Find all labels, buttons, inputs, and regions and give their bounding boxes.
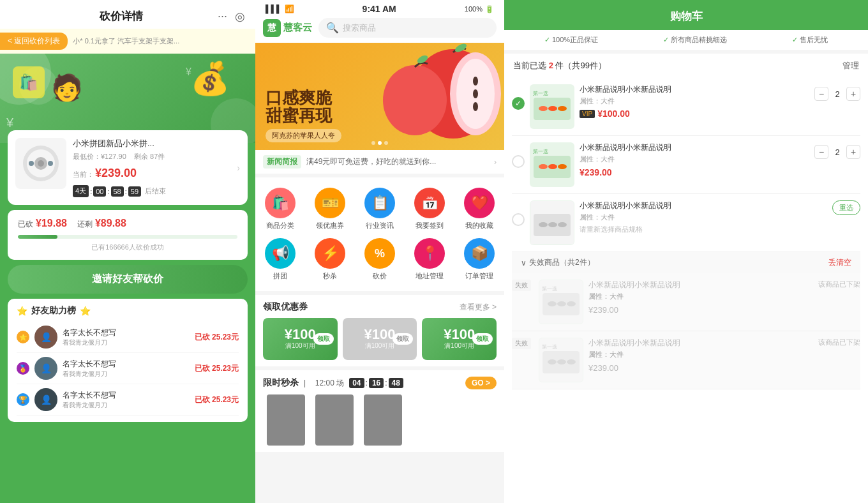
- cart-checkbox-2[interactable]: [512, 155, 525, 168]
- cut-value: ¥19.88: [36, 218, 67, 229]
- p1-news-text: 小* 0.1元拿了 汽车手支架手支架...: [73, 36, 179, 46]
- flash-s: 48: [389, 378, 403, 388]
- leaderboard-item: ⭐ 👤 名字太长不想写 看我青龙偃月刀 已砍 25.23元: [17, 322, 239, 353]
- target-icon[interactable]: ◎: [235, 10, 245, 24]
- svg-point-11: [473, 102, 478, 111]
- category-label: 商品分类: [266, 221, 294, 230]
- stepper-2: − 2 +: [814, 145, 860, 159]
- p2-banner: 口感爽脆 甜蜜再现 阿克苏的苹果人人夸: [255, 43, 504, 150]
- icon-favorites[interactable]: ❤️ 我的收藏: [454, 184, 504, 234]
- search-placeholder: 搜索商品: [343, 22, 376, 34]
- svg-point-10: [473, 89, 478, 98]
- svg-point-4: [29, 161, 34, 166]
- cart-count-text: 当前已选 2 件（共99件）: [513, 60, 606, 71]
- p2-search-bar[interactable]: 🔍 搜索商品: [318, 18, 497, 38]
- icon-orders[interactable]: 📦 订单管理: [454, 234, 504, 285]
- current-label: 当前：: [73, 170, 94, 179]
- cart-manage-button[interactable]: 管理: [842, 60, 859, 71]
- p1-product-card: 小米拼团新品小米拼... 最低价：¥127.90 剩余 87件 当前： ¥239…: [8, 130, 248, 205]
- flash-products: [263, 394, 497, 446]
- dot-3: [384, 141, 388, 145]
- stepper-minus-2[interactable]: −: [814, 145, 828, 159]
- p1-breadcrumb[interactable]: < 返回砍价列表: [0, 33, 68, 50]
- status-left: ▌▌▌ 📶: [266, 4, 294, 13]
- expired-name-2: 小米新品说明小米新品说明: [588, 338, 813, 349]
- orders-label: 订单管理: [465, 271, 493, 281]
- expired-attr-2: 属性：大件: [588, 350, 813, 359]
- coupon-2-btn[interactable]: 领取: [393, 333, 413, 345]
- countdown: 4天 : 00 : 58 : 59 后结束: [73, 185, 240, 197]
- status-time: 9:41 AM: [363, 4, 396, 14]
- flash-go-button[interactable]: GO >: [465, 377, 497, 389]
- stepper-minus-1[interactable]: −: [814, 87, 828, 101]
- coupon-icon: 🎫: [315, 188, 345, 218]
- icon-address[interactable]: 📍 地址管理: [405, 234, 454, 285]
- chevron-right-icon: ›: [237, 163, 240, 173]
- svg-point-41: [557, 359, 566, 364]
- avatar-2: 👤: [34, 357, 57, 380]
- star-icon-right: ⭐: [80, 306, 91, 316]
- icon-category[interactable]: 🛍️ 商品分类: [255, 184, 305, 234]
- expired-price-1: ¥239.00: [588, 305, 618, 315]
- signal-icon: ▌▌▌: [266, 4, 282, 13]
- coupon-3[interactable]: ¥100 满100可用 领取: [422, 318, 497, 360]
- reselect-button[interactable]: 重选: [832, 200, 860, 215]
- battery-icon: 🔋: [485, 5, 494, 13]
- guarantee-2: ✓ 所有商品精挑细选: [663, 35, 727, 45]
- more-icon[interactable]: ···: [218, 10, 227, 23]
- leaderboard-item: 🏅 👤 名字太长不想写 看我青龙偃月刀 已砍 25.23元: [17, 353, 239, 384]
- cart-checkbox-1[interactable]: ✓: [512, 97, 525, 110]
- p2-news-bar: 新闻简报 满49元即可免运费，好吃的就送到你... ›: [255, 150, 504, 174]
- icon-bargain[interactable]: % 砍价: [355, 234, 405, 285]
- category-icon: 🛍️: [265, 188, 296, 218]
- svg-point-5: [48, 161, 53, 166]
- stepper-plus-2[interactable]: +: [846, 145, 860, 159]
- coupon-2[interactable]: ¥100 满100可用 领取: [343, 318, 417, 360]
- favorites-label: 我的收藏: [465, 221, 493, 230]
- invite-button[interactable]: 邀请好友帮砍价: [8, 265, 248, 294]
- flash-product-3[interactable]: [364, 394, 402, 446]
- news-arrow-icon[interactable]: ›: [494, 158, 497, 167]
- p2-app-header: 慧 慧客云 🔍 搜索商品: [255, 14, 504, 43]
- svg-point-13: [383, 65, 447, 135]
- countdown-label: 后结束: [145, 186, 166, 196]
- coupons-title: 领取优惠券: [263, 301, 308, 313]
- svg-point-25: [558, 164, 567, 169]
- icon-news[interactable]: 📋 行业资讯: [355, 184, 405, 234]
- svg-point-19: [558, 106, 567, 111]
- icon-group-buy[interactable]: 📢 拼团: [255, 234, 305, 285]
- coupon-1-amount: ¥100: [285, 327, 316, 342]
- coupon-3-btn[interactable]: 领取: [472, 333, 493, 345]
- cart-items-list: ✓ 第一选 小米新品说明小米新品说明 属性：大件 VIP ¥100: [504, 78, 868, 503]
- leader-info-1: 名字太长不想写 看我青龙偃月刀: [63, 327, 190, 347]
- coupon-3-cond: 满100可用: [444, 342, 474, 350]
- stepper-plus-1[interactable]: +: [846, 87, 860, 101]
- icon-flash-sale[interactable]: ⚡ 秒杀: [305, 234, 355, 285]
- svg-text:第一选: 第一选: [533, 149, 548, 154]
- expired-img-2: 第一选: [539, 338, 583, 382]
- banner-figure: 💰: [190, 60, 230, 97]
- cart-checkbox-3[interactable]: [512, 213, 525, 226]
- cart-item-info-2: 小米新品说明小米新品说明 属性：大件 ¥239.00: [580, 142, 809, 178]
- chevron-down-icon[interactable]: ∨: [521, 259, 527, 267]
- flash-product-1[interactable]: [267, 394, 305, 446]
- guarantee-text-2: 所有商品精挑细选: [671, 35, 727, 45]
- checkin-icon: 📅: [414, 188, 445, 218]
- flash-product-2[interactable]: [315, 394, 354, 446]
- coupons-more[interactable]: 查看更多 >: [460, 302, 497, 313]
- status-bar: ▌▌▌ 📶 9:41 AM 100% 🔋: [255, 0, 504, 14]
- icon-checkin[interactable]: 📅 我要签到: [405, 184, 454, 234]
- coupon-1-btn[interactable]: 领取: [313, 333, 334, 345]
- flash-m: 16: [369, 378, 384, 388]
- svg-point-34: [548, 301, 557, 306]
- svg-point-36: [567, 301, 576, 306]
- cart-item-1: ✓ 第一选 小米新品说明小米新品说明 属性：大件 VIP ¥100: [512, 78, 860, 136]
- coupon-1[interactable]: ¥100 满100可用 领取: [263, 318, 338, 360]
- orders-icon: 📦: [464, 238, 495, 269]
- flash-title: 限时秒杀: [263, 377, 299, 389]
- p2-logo-icon: 慧: [263, 19, 281, 37]
- leader-name-2: 名字太长不想写: [63, 359, 190, 370]
- icon-coupon[interactable]: 🎫 领优惠券: [305, 184, 355, 234]
- cart-item-name-2: 小米新品说明小米新品说明: [580, 142, 809, 153]
- clear-button[interactable]: 丢清空: [828, 257, 851, 268]
